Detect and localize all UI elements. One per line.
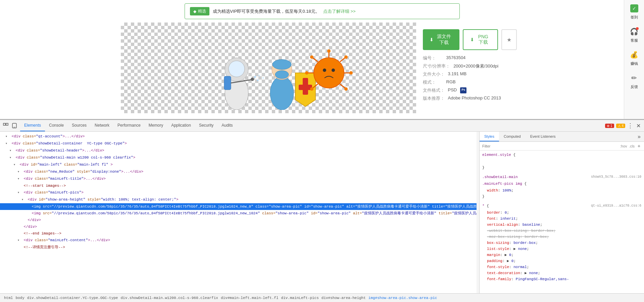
triangle-icon[interactable] (17, 190, 21, 196)
breadcrumb-show-area-height[interactable]: div#show-area-height (320, 296, 367, 300)
error-badge: ⊗ 1 (605, 124, 614, 128)
triangle-icon[interactable] (5, 141, 9, 147)
service-tool[interactable]: 🎧 客服 (629, 27, 639, 43)
tab-performance[interactable]: Performance (113, 120, 145, 131)
triangle-icon[interactable] (5, 134, 9, 140)
dom-line-mainleft-title[interactable]: <div class="mainLeft-title">...</div> (0, 175, 477, 182)
devtools-toolbar: Elements Console Sources Network Perform… (0, 120, 644, 132)
dom-line-mainleft-pics[interactable]: <div class="mainLeft-pics"> (0, 189, 477, 196)
dom-line-close-div-1[interactable]: </div> (0, 217, 477, 223)
earn-tool[interactable]: 💰 赚钱 (629, 50, 639, 66)
triangle-icon[interactable] (17, 238, 21, 244)
filter-cls[interactable]: .cls (629, 144, 635, 148)
size-value: 2000×2000像素/300dpi (453, 63, 498, 69)
device-icon[interactable] (11, 123, 17, 129)
tab-memory[interactable]: Memory (145, 120, 167, 131)
style-rule-showdetail: .showDetail-main showV3_5c78...3603.css:… (482, 174, 641, 200)
breadcrumb-html[interactable]: html (3, 296, 14, 300)
breadcrumb-mainleft-pics[interactable]: div.mainLeft-pics (280, 296, 320, 300)
style-prop-border: border: 0; (482, 210, 641, 216)
promo-link[interactable]: 点击了解详细 >> (323, 8, 356, 14)
breadcrumb-main-left[interactable]: div#main-left.main-left.fl (219, 296, 280, 300)
svg-point-2 (229, 61, 245, 77)
service-label: 客服 (631, 38, 638, 43)
dom-line-mainleft-content[interactable]: <div class="mainLeft-content">...</div> (0, 237, 477, 244)
elements-panel: <div class="qt-account">...</div> <div c… (0, 132, 480, 293)
dom-line-comment-reg[interactable]: <!--详情页注册引导--> (0, 244, 477, 251)
svg-point-8 (275, 71, 289, 79)
tab-sources[interactable]: Sources (68, 120, 91, 131)
tab-elements[interactable]: Elements (20, 120, 45, 131)
tab-audits[interactable]: Audits (217, 120, 237, 131)
style-subselector: .mainLeft-pics img { (482, 181, 641, 187)
devtools-tabs: Elements Console Sources Network Perform… (20, 120, 602, 131)
dom-line-img-0[interactable]: <img src="//preview.qiantucdn.com/58pic/… (0, 203, 477, 210)
inspect-icon[interactable] (3, 123, 9, 129)
svg-point-26 (305, 71, 308, 75)
dom-line-new-reduce[interactable]: <div class="new_Reduce" style="display:n… (0, 168, 477, 175)
promo-badge: ◆ 精选 (190, 7, 209, 15)
breadcrumb-body[interactable]: body (14, 296, 26, 300)
dom-line-main-left[interactable]: <div id="main-left" class="main-left fl"… (0, 161, 477, 168)
style-source-star: qt-ui_e9319...a1c70.css:6 (591, 203, 641, 209)
svg-rect-36 (6, 123, 8, 125)
dom-line-comment-start[interactable]: <!--start images--> (0, 182, 477, 189)
close-devtools-icon[interactable]: ✕ (635, 123, 641, 129)
dom-line-showdetail-container[interactable]: <div class="showDetail-container YC-type… (0, 140, 477, 147)
service-dot (636, 27, 639, 30)
style-rule-star: * { qt-ui_e9319...a1c70.css:6 border: 0;… (482, 203, 641, 282)
triangle-icon[interactable] (9, 155, 13, 161)
breadcrumb-img[interactable]: img#show-area-pic.show-area-pic (367, 296, 439, 300)
styles-tab-event-listeners[interactable]: Event Listeners (526, 132, 560, 141)
styles-tab-styles[interactable]: Styles (480, 132, 499, 141)
mode-value: RGB (446, 79, 456, 85)
star-button[interactable]: ★ (501, 29, 517, 50)
sign-in-tool[interactable]: ✓ 签到 (629, 3, 639, 20)
svg-point-12 (314, 58, 344, 88)
svg-rect-38 (13, 127, 15, 127)
breadcrumb-showdetail[interactable]: div.showDetail-container.YC-type.OGC-typ… (26, 296, 119, 300)
dom-line-qt-account[interactable]: <div class="qt-account">...</div> (0, 133, 477, 140)
triangle-icon[interactable] (17, 176, 21, 182)
filter-input[interactable] (482, 144, 618, 148)
tab-application[interactable]: Application (167, 120, 195, 131)
dom-line-show-area-height[interactable]: <div id="show-area-height" style="width:… (0, 196, 477, 203)
dom-line-showdetail-header[interactable]: <div class="showDetail-header">...</div> (0, 147, 477, 154)
dom-line-showdetail-main[interactable]: <div class="showDetail-main w1200 col-s-… (0, 154, 477, 161)
svg-point-5 (251, 78, 254, 81)
download-source-button[interactable]: ⬇ 源文件下载 (423, 29, 460, 50)
svg-point-18 (344, 55, 348, 59)
info-row-mode: 模式： RGB (423, 79, 517, 85)
filter-pseudo[interactable]: :hov (620, 144, 627, 148)
sign-label: 签到 (631, 15, 638, 20)
promo-text: 成为精选VIP即可享受免费海量下载，低至每天0.18元。 (213, 8, 320, 14)
more-options-icon[interactable]: ⋮ (627, 123, 633, 129)
triangle-icon[interactable] (13, 162, 17, 168)
tab-network[interactable]: Network (91, 120, 113, 131)
download-png-button[interactable]: ⬇ PNG下载 (463, 29, 498, 50)
elements-scrollbar[interactable] (477, 132, 479, 293)
triangle-icon[interactable] (17, 169, 21, 175)
dom-line-comment-end[interactable]: <!--end images--> (0, 230, 477, 237)
feedback-tool[interactable]: ✏ 反馈 (629, 73, 639, 89)
breadcrumb-showdetail-main[interactable]: div.showDetail-main.w1200.col-s-960.clea… (119, 296, 219, 300)
styles-tab-more[interactable]: » (634, 132, 644, 141)
svg-point-22 (344, 87, 348, 91)
elements-content[interactable]: <div class="qt-account">...</div> <div c… (0, 132, 477, 293)
svg-point-13 (323, 69, 326, 72)
styles-tabs: Styles Computed Event Listeners » (480, 132, 644, 142)
svg-line-21 (340, 84, 345, 88)
filter-add[interactable]: ＋ (637, 143, 641, 149)
triangle-icon[interactable] (21, 197, 26, 203)
triangle-icon[interactable] (9, 148, 13, 154)
dom-line-close-div-2[interactable]: </div> (0, 223, 477, 230)
style-selector: element.style { (482, 152, 641, 158)
svg-rect-35 (3, 123, 5, 125)
tab-security[interactable]: Security (195, 120, 217, 131)
tab-console[interactable]: Console (45, 120, 68, 131)
image-preview (121, 23, 416, 113)
dom-line-img-1[interactable]: <img src="//preview.qiantucdn.com/58pic/… (0, 210, 477, 217)
info-row-id: 编号： 35763504 (423, 55, 517, 61)
style-prop-text-decoration: text-decoration: ▶ none; (482, 270, 641, 276)
styles-tab-computed[interactable]: Computed (499, 132, 526, 141)
